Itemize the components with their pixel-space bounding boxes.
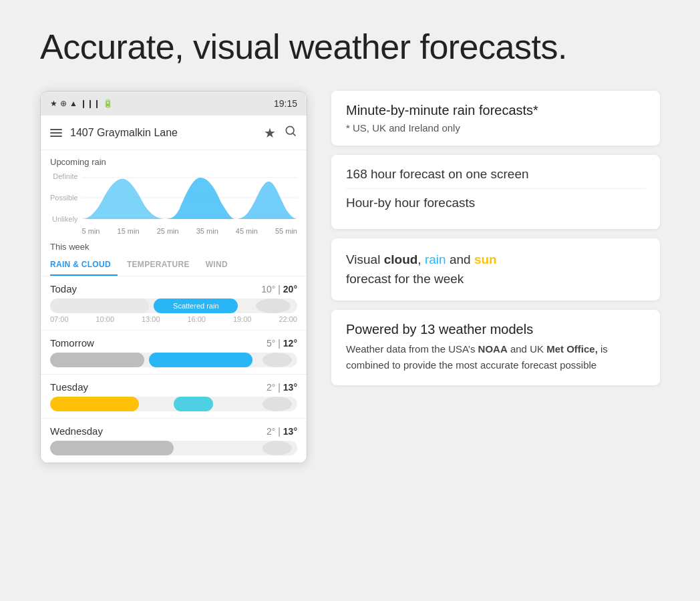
tab-wind[interactable]: WIND [206, 254, 234, 276]
panel-rain-sub: * US, UK and Ireland only [346, 122, 645, 134]
today-bar-white [50, 298, 149, 313]
bluetooth-icon: ★ [50, 99, 57, 108]
tomorrow-bar-dot [262, 353, 292, 367]
location-label: 1407 Graymalkin Lane [70, 127, 256, 139]
tuesday-bar [50, 397, 297, 411]
tuesday-temps: 2° | 13° [267, 382, 297, 393]
menu-icon[interactable] [50, 129, 62, 137]
signal-icon: ❙❙❙ [80, 99, 100, 108]
today-bar-rain: Scattered rain [154, 298, 238, 313]
text-body-before: Weather data from the USA’s [346, 343, 478, 355]
panel-models-title: Powered by 13 weather models [346, 322, 645, 337]
panel-rain-forecast: Minute-by-minute rain forecasts* * US, U… [331, 91, 660, 146]
x-label-3: 35 min [196, 227, 218, 235]
tuesday-bar-cyan [174, 397, 213, 411]
panel-rain-title: Minute-by-minute rain forecasts* [346, 103, 645, 118]
today-bar-light [256, 298, 291, 313]
tuesday-bar-dot [262, 397, 292, 411]
forecast-wednesday: Wednesday 2° | 13° [41, 419, 307, 463]
word-rain: rain [425, 252, 446, 266]
text-body-mid: and UK [508, 343, 546, 355]
tab-rain-cloud[interactable]: RAIN & CLOUD [50, 254, 118, 276]
feature-168hour: 168 hour forecast on one screen [346, 167, 645, 188]
status-time: 19:15 [274, 98, 297, 109]
text-and: and [446, 252, 474, 266]
wednesday-label: Wednesday [50, 425, 103, 437]
chart-label-possible: Possible [50, 194, 78, 202]
wednesday-bar [50, 441, 297, 455]
rain-chart-section: Upcoming rain Definite Possible Unlikely [41, 150, 307, 236]
tomorrow-bar-gray [50, 353, 144, 367]
upcoming-rain-label: Upcoming rain [50, 157, 297, 167]
word-sun: sun [474, 252, 497, 266]
noaa-label: NOAA [478, 343, 508, 355]
tabs-row: RAIN & CLOUD TEMPERATURE WIND [41, 254, 307, 276]
panel-visual-forecast: Visual cloud, rain and sun forecast for … [331, 238, 660, 300]
status-icons: ★ ⊕ ▲ ❙❙❙ 🔋 [50, 99, 113, 108]
status-bar: ★ ⊕ ▲ ❙❙❙ 🔋 19:15 [41, 91, 307, 116]
x-label-5: 55 min [275, 227, 297, 235]
page-container: Accurate, visual weather forecasts. ★ ⊕ … [0, 0, 700, 601]
x-label-1: 15 min [118, 227, 140, 235]
forecast-tuesday: Tuesday 2° | 13° [41, 375, 307, 419]
visual-forecast-text: Visual cloud, rain and sun forecast for … [346, 250, 645, 288]
page-title: Accurate, visual weather forecasts. [40, 27, 660, 67]
tomorrow-bar-blue [149, 353, 252, 367]
tomorrow-label: Tomorrow [50, 337, 94, 349]
today-temps: 10° | 20° [261, 284, 297, 294]
metoffice-label: Met Office, [546, 343, 598, 355]
word-cloud: cloud [384, 252, 418, 266]
x-label-2: 25 min [157, 227, 179, 235]
tab-temperature[interactable]: TEMPERATURE [127, 254, 196, 276]
svg-point-0 [286, 126, 294, 134]
rain-chart-svg [82, 172, 297, 223]
favorite-icon[interactable]: ★ [264, 125, 276, 141]
this-week-section: This week RAIN & CLOUD TEMPERATURE WIND … [41, 236, 307, 463]
chart-label-definite: Definite [50, 172, 78, 180]
battery-icon: 🔋 [103, 99, 113, 108]
text-forecast-week: forecast for the week [346, 272, 464, 286]
panel-hour-features: 168 hour forecast on one screen Hour-by … [331, 155, 660, 229]
panel-weather-models: Powered by 13 weather models Weather dat… [331, 310, 660, 385]
wednesday-bar-dot [262, 441, 292, 455]
forecast-today: Today 10° | 20° Scattered rain [41, 276, 307, 331]
wednesday-temps: 2° | 13° [267, 426, 297, 437]
svg-line-1 [293, 134, 296, 136]
tuesday-label: Tuesday [50, 381, 88, 393]
wednesday-bar-gray [50, 441, 174, 455]
wifi-icon: ▲ [69, 99, 77, 108]
content-area: ★ ⊕ ▲ ❙❙❙ 🔋 19:15 1407 Graymalkin Lane ★ [40, 91, 660, 463]
info-panels: Minute-by-minute rain forecasts* * US, U… [331, 91, 660, 463]
this-week-label: This week [41, 236, 307, 254]
phone-mockup: ★ ⊕ ▲ ❙❙❙ 🔋 19:15 1407 Graymalkin Lane ★ [40, 91, 307, 463]
chart-label-unlikely: Unlikely [50, 215, 78, 223]
tomorrow-temps: 5° | 12° [267, 338, 297, 349]
panel-models-body: Weather data from the USA’s NOAA and UK … [346, 341, 645, 373]
phone-toolbar: 1407 Graymalkin Lane ★ [41, 116, 307, 150]
text-visual: Visual [346, 252, 384, 266]
x-label-4: 45 min [236, 227, 258, 235]
search-icon[interactable] [284, 124, 297, 141]
feature-hourbyhour: Hour-by hour forecasts [346, 189, 645, 217]
x-label-0: 5 min [82, 227, 100, 235]
tuesday-bar-yellow [50, 397, 139, 411]
today-time-labels: 07:00 10:00 13:00 16:00 19:00 22:00 [50, 315, 297, 323]
today-label: Today [50, 283, 77, 294]
tomorrow-bar [50, 353, 297, 367]
today-bar: Scattered rain [50, 298, 297, 313]
text-comma: , [417, 252, 425, 266]
plus-icon: ⊕ [60, 99, 67, 108]
forecast-tomorrow: Tomorrow 5° | 12° [41, 331, 307, 375]
